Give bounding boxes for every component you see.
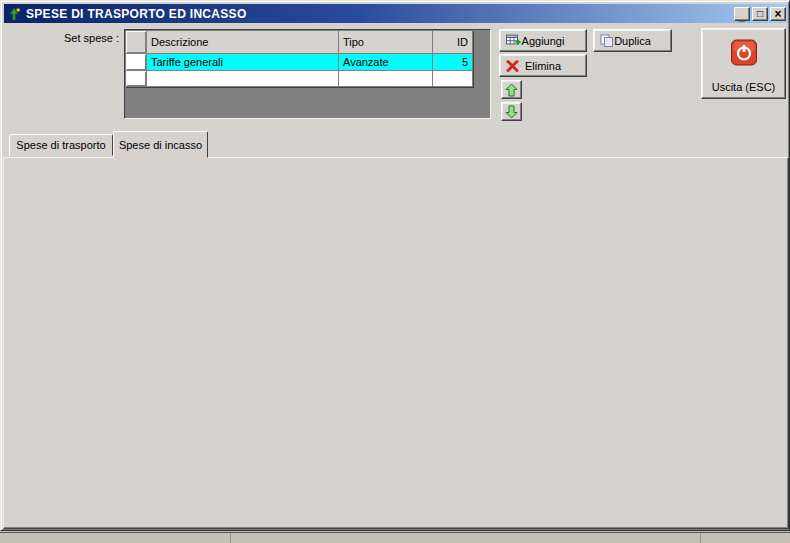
column-header-tipo: Tipo: [339, 31, 433, 54]
move-up-button[interactable]: [501, 80, 522, 99]
row-selector-cell[interactable]: [126, 71, 147, 87]
down-arrow-icon: [505, 105, 518, 119]
tab-spese-di-incasso[interactable]: Spese di incasso: [113, 131, 208, 158]
cell-id-empty[interactable]: [433, 71, 473, 87]
set-spese-table: Descrizione Tipo ID Tariffe generali Ava…: [124, 29, 491, 119]
screen: SPESE DI TRASPORTO ED INCASSO _ □ × Set …: [0, 0, 790, 543]
cell-tipo-empty[interactable]: [339, 71, 433, 87]
background-strip: [0, 532, 790, 543]
aggiungi-set-button[interactable]: Aggiungi: [499, 29, 587, 52]
elimina-set-label: Elimina: [525, 60, 561, 72]
row-selector-cell[interactable]: [126, 54, 147, 71]
delete-icon: [506, 59, 519, 72]
tab-spese-di-incasso-label: Spese di incasso: [119, 139, 202, 151]
close-button[interactable]: ×: [770, 7, 786, 21]
tab-spese-di-trasporto[interactable]: Spese di trasporto: [9, 134, 113, 156]
up-arrow-icon: [505, 83, 518, 97]
background-seam: [230, 533, 231, 543]
add-table-icon: [506, 34, 521, 47]
power-icon: [730, 39, 757, 66]
set-spese-header-row: Descrizione Tipo ID: [126, 31, 473, 54]
table-row-empty[interactable]: [126, 71, 473, 87]
cell-id[interactable]: 5: [433, 54, 473, 71]
close-icon: ×: [774, 9, 781, 19]
elimina-set-button[interactable]: Elimina: [499, 54, 587, 77]
row-selector-header-cell: [126, 31, 147, 54]
minimize-button[interactable]: _: [734, 7, 750, 21]
maximize-icon: □: [757, 9, 763, 19]
cell-descrizione-empty[interactable]: [147, 71, 339, 87]
duplica-label: Duplica: [614, 35, 651, 47]
table-row[interactable]: Tariffe generali Avanzate 5: [126, 54, 473, 71]
duplica-button[interactable]: Duplica: [593, 29, 672, 52]
exit-label: Uscita (ESC): [712, 81, 776, 93]
column-header-id: ID: [433, 31, 473, 54]
title-bar[interactable]: SPESE DI TRASPORTO ED INCASSO _ □ ×: [4, 4, 788, 23]
window-title: SPESE DI TRASPORTO ED INCASSO: [26, 7, 732, 21]
set-spese-label: Set spese :: [19, 32, 119, 44]
app-icon: [6, 6, 22, 22]
exit-button[interactable]: Uscita (ESC): [701, 28, 786, 99]
maximize-button[interactable]: □: [752, 7, 768, 21]
aggiungi-set-label: Aggiungi: [522, 35, 565, 47]
set-spese-grid: Descrizione Tipo ID Tariffe generali Ava…: [126, 31, 474, 88]
tab-spese-di-trasporto-label: Spese di trasporto: [16, 139, 105, 151]
background-seam: [700, 533, 701, 543]
cell-tipo[interactable]: Avanzate: [339, 54, 433, 71]
move-down-button[interactable]: [501, 102, 522, 121]
minimize-icon: _: [739, 14, 745, 20]
dialog-window: SPESE DI TRASPORTO ED INCASSO _ □ × Set …: [0, 0, 790, 531]
column-header-descrizione: Descrizione: [147, 31, 339, 54]
tab-panel: [3, 157, 789, 529]
cell-descrizione[interactable]: Tariffe generali: [147, 54, 339, 71]
duplicate-icon: [600, 34, 614, 48]
